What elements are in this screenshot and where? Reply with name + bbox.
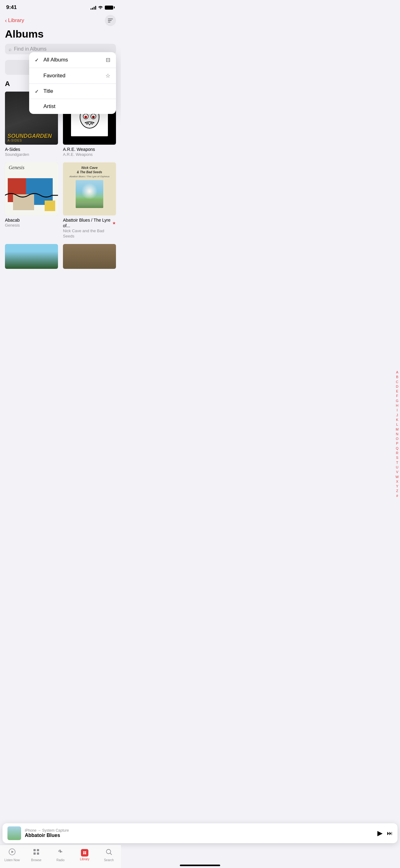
album-art-abattoir: Nick Cave& The Bad Seeds Abattoir Blues …: [63, 162, 116, 215]
album-title-are-weapons: A.R.E. Weapons: [63, 147, 116, 152]
album-title-abattoir: Abattoir Blues / The Lyre of...: [63, 217, 111, 228]
nav-bar: ‹ Library: [0, 12, 121, 27]
album-title-abacab: Abacab: [5, 217, 58, 223]
battery-icon: [105, 6, 115, 10]
star-outline-icon: ☆: [105, 72, 110, 79]
check-favorited: ✓: [35, 73, 40, 79]
filter-button[interactable]: [105, 15, 116, 26]
title-label: Title: [43, 88, 53, 94]
page-title: Albums: [0, 27, 121, 42]
back-button[interactable]: ‹ Library: [5, 18, 24, 24]
album-art-partial-right: [63, 244, 116, 269]
album-art-abacab: Genesis: [5, 162, 58, 215]
dropdown-title[interactable]: ✓ Title: [29, 84, 116, 99]
filter-icon: [108, 19, 113, 22]
favorited-label: Favorited: [43, 73, 65, 79]
album-artist-are-weapons: A.R.E. Weapons: [63, 152, 116, 157]
all-albums-label: All Albums: [43, 57, 68, 63]
dropdown-favorited[interactable]: ✓ Favorited ☆: [29, 68, 116, 84]
album-title-a-sides: A-Sides: [5, 147, 58, 152]
album-artist-a-sides: Soundgarden: [5, 152, 58, 157]
status-icons: [91, 5, 115, 10]
back-label: Library: [8, 18, 24, 24]
album-item-abattoir[interactable]: Nick Cave& The Bad Seeds Abattoir Blues …: [63, 162, 116, 239]
album-artist-abacab: Genesis: [5, 223, 58, 228]
dropdown-all-albums[interactable]: ✓ All Albums ⊟: [29, 52, 116, 68]
wifi-icon: [98, 5, 103, 10]
album-item-partial-right[interactable]: [63, 244, 116, 271]
search-input[interactable]: [14, 46, 112, 52]
signal-icon: [91, 6, 96, 10]
album-item-partial-left[interactable]: [5, 244, 58, 271]
check-all-albums: ✓: [35, 57, 40, 63]
status-bar: 9:41: [0, 0, 121, 12]
album-artist-abattoir: Nick Cave and the Bad Seeds: [63, 228, 116, 239]
search-icon: ⌕: [9, 46, 11, 52]
dropdown-filter-section: ✓ All Albums ⊟ ✓ Favorited ☆: [29, 52, 116, 84]
status-time: 9:41: [6, 4, 17, 10]
check-artist: ✓: [35, 104, 40, 110]
back-chevron-icon: ‹: [5, 18, 7, 24]
dropdown-menu: ✓ All Albums ⊟ ✓ Favorited ☆ ✓ Title ✓ A…: [29, 52, 116, 114]
grid-icon: ⊟: [106, 57, 110, 63]
svg-point-5: [92, 116, 95, 118]
albums-grid: SOUNDGARDEN A-SIDES A-Sides Soundgarden …: [0, 90, 121, 272]
album-art-partial-left: [5, 244, 58, 269]
album-title-row-abattoir: Abattoir Blues / The Lyre of... ★: [63, 217, 116, 228]
dropdown-artist[interactable]: ✓ Artist: [29, 99, 116, 114]
album-item-abacab[interactable]: Genesis Abacab Genesis: [5, 162, 58, 239]
dropdown-sort-section: ✓ Title ✓ Artist: [29, 84, 116, 114]
check-title: ✓: [35, 89, 40, 94]
svg-point-4: [84, 116, 87, 118]
favorited-star-icon: ★: [112, 221, 116, 225]
artist-label: Artist: [43, 103, 56, 110]
